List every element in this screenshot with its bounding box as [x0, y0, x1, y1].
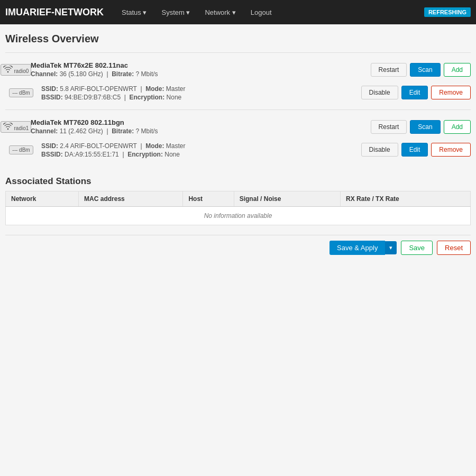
col-host: Host: [183, 191, 234, 207]
stations-empty-message: No information available: [6, 207, 471, 225]
radio1-ssid-row: --- dBm SSID: 2.4 ARIF-BOLT-OPENWRT | Mo…: [5, 138, 471, 161]
radio1-actions: Restart Scan Add: [371, 120, 471, 134]
radio0-mode-value: Master: [166, 85, 186, 93]
radio0-bitrate-value: ? Mbit/s: [136, 70, 158, 78]
radio1-channel-detail: Channel: 11 (2.462 GHz) | Bitrate: ? Mbi…: [31, 127, 371, 135]
save-apply-dropdown-button[interactable]: ▾: [385, 241, 397, 254]
radio0-edit-button[interactable]: Edit: [401, 86, 428, 99]
nav-link-logout[interactable]: Logout: [243, 1, 279, 24]
stations-thead: Network MAC address Host Signal / Noise …: [6, 191, 471, 207]
page-content: Wireless Overview radio0 MediaTek MT76x2…: [0, 24, 476, 266]
radio1-info: MediaTek MT7620 802.11bgn Channel: 11 (2…: [26, 118, 371, 135]
radio0-bssid-value: 94:BE:D9:B7:6B:C5: [65, 94, 121, 101]
radio1-channel-value: 11 (2.462 GHz): [60, 127, 103, 135]
radio0-info: MediaTek MT76x2E 802.11nac Channel: 36 (…: [26, 61, 371, 78]
col-rate: RX Rate / TX Rate: [341, 191, 471, 207]
footer-actions: Save & Apply ▾ Save Reset: [5, 235, 471, 260]
stations-tbody: No information available: [6, 207, 471, 225]
radio0-encryption-value: None: [167, 94, 182, 101]
radio0-ssid-detail: SSID: 5.8 ARIF-BOLT-OPENWRT | Mode: Mast…: [41, 85, 361, 93]
stations-title: Associated Stations: [5, 176, 471, 187]
radio-card-1: radio1 MediaTek MT7620 802.11bgn Channel…: [5, 109, 471, 167]
radio1-bssid-detail: BSSID: DA:A9:15:55:E1:71 | Encryption: N…: [41, 151, 361, 158]
nav-item-system[interactable]: System ▾: [154, 1, 197, 24]
radio0-remove-button[interactable]: Remove: [431, 86, 471, 99]
radio0-chip: MediaTek MT76x2E 802.11nac: [31, 61, 371, 69]
nav-item-status[interactable]: Status ▾: [114, 1, 154, 24]
radio1-disable-button[interactable]: Disable: [361, 143, 398, 157]
page-title: Wireless Overview: [5, 33, 471, 45]
radio0-icon-container: radio0: [5, 64, 26, 76]
radio1-restart-button[interactable]: Restart: [371, 120, 407, 134]
radio0-channel-detail: Channel: 36 (5.180 GHz) | Bitrate: ? Mbi…: [31, 70, 371, 78]
radio0-ssid-info: SSID: 5.8 ARIF-BOLT-OPENWRT | Mode: Mast…: [37, 84, 361, 101]
radio1-scan-button[interactable]: Scan: [410, 120, 440, 134]
nav-item-logout[interactable]: Logout: [243, 1, 279, 24]
radio1-signal: --- dBm: [9, 145, 33, 154]
stations-header-row: Network MAC address Host Signal / Noise …: [6, 191, 471, 207]
nav-link-network[interactable]: Network ▾: [197, 1, 243, 24]
radio0-signal: --- dBm: [9, 88, 33, 97]
navbar: IMUARIEF-NETWORK Status ▾ System ▾ Netwo…: [0, 0, 476, 24]
radio0-bssid-detail: BSSID: 94:BE:D9:B7:6B:C5 | Encryption: N…: [41, 94, 361, 101]
radio1-edit-button[interactable]: Edit: [401, 143, 428, 157]
wifi-icon-0: [3, 66, 13, 73]
radio1-remove-button[interactable]: Remove: [431, 143, 471, 157]
col-mac: MAC address: [79, 191, 183, 207]
navbar-menu: Status ▾ System ▾ Network ▾ Logout: [114, 1, 279, 24]
radio1-icon-container: radio1: [5, 121, 26, 133]
col-signal: Signal / Noise: [234, 191, 340, 207]
reset-button[interactable]: Reset: [437, 241, 471, 255]
radio0-ssid-actions: Disable Edit Remove: [361, 86, 471, 99]
radio1-ssid-info: SSID: 2.4 ARIF-BOLT-OPENWRT | Mode: Mast…: [37, 141, 361, 158]
radio1-chip: MediaTek MT7620 802.11bgn: [31, 118, 371, 126]
radio1-mode-value: Master: [166, 142, 186, 150]
nav-item-network[interactable]: Network ▾: [197, 1, 243, 24]
navbar-brand: IMUARIEF-NETWORK: [5, 7, 104, 18]
radio1-ssid-value: 2.4 ARIF-BOLT-OPENWRT: [60, 142, 136, 150]
nav-link-status[interactable]: Status ▾: [114, 1, 154, 24]
radio0-channel-value: 36 (5.180 GHz): [60, 70, 103, 78]
radio0-ssid-value: 5.8 ARIF-BOLT-OPENWRT: [60, 85, 136, 93]
radio0-restart-button[interactable]: Restart: [371, 63, 407, 77]
radio0-ssid-row: --- dBm SSID: 5.8 ARIF-BOLT-OPENWRT | Mo…: [5, 81, 471, 104]
save-button[interactable]: Save: [401, 241, 433, 255]
stations-empty-row: No information available: [6, 207, 471, 225]
radio-card-0: radio0 MediaTek MT76x2E 802.11nac Channe…: [5, 52, 471, 109]
radio0-signal-container: --- dBm: [5, 88, 37, 97]
radio1-add-button[interactable]: Add: [444, 120, 471, 134]
radio1-signal-container: --- dBm: [5, 145, 37, 154]
radio0-main-row: radio0 MediaTek MT76x2E 802.11nac Channe…: [5, 58, 471, 81]
radio0-scan-button[interactable]: Scan: [410, 63, 440, 77]
radio1-ssid-actions: Disable Edit Remove: [361, 143, 471, 157]
col-network: Network: [6, 191, 79, 207]
radio1-encryption-value: None: [164, 151, 180, 158]
radio0-add-button[interactable]: Add: [444, 63, 471, 77]
radio0-actions: Restart Scan Add: [371, 63, 471, 77]
nav-link-system[interactable]: System ▾: [154, 1, 197, 24]
radio1-bitrate-value: ? Mbit/s: [136, 127, 158, 135]
save-apply-group: Save & Apply ▾: [329, 241, 397, 255]
refreshing-badge: REFRESHING: [424, 7, 471, 17]
radio1-ssid-detail: SSID: 2.4 ARIF-BOLT-OPENWRT | Mode: Mast…: [41, 142, 361, 150]
radio1-bssid-value: DA:A9:15:55:E1:71: [65, 151, 119, 158]
radio0-disable-button[interactable]: Disable: [361, 86, 398, 99]
save-apply-button[interactable]: Save & Apply: [329, 241, 385, 255]
wifi-icon-1: [3, 123, 13, 130]
stations-table: Network MAC address Host Signal / Noise …: [5, 191, 471, 225]
radio1-main-row: radio1 MediaTek MT7620 802.11bgn Channel…: [5, 115, 471, 138]
